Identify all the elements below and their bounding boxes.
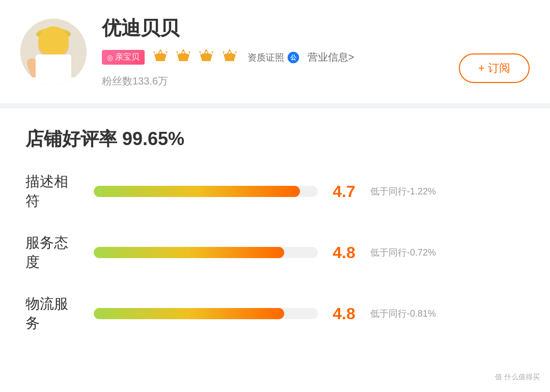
cert-label: 资质证照 bbox=[248, 51, 284, 64]
svg-rect-8 bbox=[56, 43, 64, 48]
shop-name: 优迪贝贝 bbox=[102, 15, 444, 41]
svg-rect-23 bbox=[202, 59, 211, 61]
badges-row: ◎ 亲宝贝 bbox=[102, 48, 444, 66]
svg-point-21 bbox=[187, 52, 189, 54]
cert-icon: 公 bbox=[287, 51, 299, 64]
svg-point-3 bbox=[38, 31, 69, 60]
rating-bar-service bbox=[94, 247, 284, 258]
rating-title-value: 99.65% bbox=[122, 128, 184, 149]
svg-point-6 bbox=[36, 31, 71, 38]
rating-item-logistics: 物流服务 4.8 低于同行-0.81% bbox=[25, 294, 525, 333]
svg-point-15 bbox=[154, 52, 156, 54]
rating-label-desc: 描述相符 bbox=[25, 172, 81, 211]
shop-rating-title: 店铺好评率 99.65% bbox=[25, 127, 525, 152]
subscribe-button[interactable]: + 订阅 bbox=[459, 53, 530, 83]
qin-baobei-badge[interactable]: ◎ 亲宝贝 bbox=[102, 50, 145, 65]
profile-right: + 订阅 bbox=[459, 53, 530, 88]
rating-score-desc: 4.7 bbox=[330, 182, 358, 201]
cert-link[interactable]: 资质证照 公 bbox=[248, 51, 299, 64]
svg-point-4 bbox=[36, 28, 71, 40]
svg-rect-9 bbox=[51, 45, 56, 47]
profile-section: 优迪贝贝 ◎ 亲宝贝 bbox=[0, 0, 550, 103]
avatar-image bbox=[20, 19, 87, 85]
svg-point-16 bbox=[164, 52, 167, 54]
rating-label-logistics: 物流服务 bbox=[25, 294, 81, 333]
rating-bar-desc-wrapper bbox=[94, 186, 318, 197]
svg-rect-0 bbox=[20, 19, 87, 85]
watermark-text: 值 什么值得买 bbox=[495, 373, 540, 381]
svg-point-19 bbox=[182, 51, 184, 53]
rating-compare-logistics: 低于同行-0.81% bbox=[370, 307, 462, 320]
qin-baobei-label: 亲宝贝 bbox=[115, 52, 140, 63]
svg-point-25 bbox=[200, 52, 202, 54]
q-icon: ◎ bbox=[107, 53, 113, 62]
watermark: 值 什么值得买 bbox=[495, 373, 540, 382]
avatar bbox=[20, 19, 87, 85]
svg-point-24 bbox=[205, 51, 207, 53]
svg-rect-18 bbox=[179, 59, 188, 61]
rating-compare-desc: 低于同行-1.22% bbox=[370, 185, 462, 198]
svg-point-31 bbox=[234, 52, 236, 54]
rating-item-service: 服务态度 4.8 低于同行-0.72% bbox=[25, 233, 525, 272]
fans-count: 粉丝数133.6万 bbox=[102, 74, 444, 88]
svg-point-20 bbox=[177, 52, 179, 54]
svg-rect-2 bbox=[48, 52, 59, 61]
rating-bar-desc bbox=[94, 186, 300, 197]
rating-section: 店铺好评率 99.65% 描述相符 4.7 低于同行-1.22% 服务态度 4.… bbox=[0, 108, 550, 374]
crowns-icons bbox=[153, 48, 239, 66]
profile-info: 优迪贝贝 ◎ 亲宝贝 bbox=[102, 15, 444, 88]
svg-rect-13 bbox=[156, 59, 165, 61]
svg-point-29 bbox=[229, 51, 231, 53]
svg-point-30 bbox=[224, 52, 226, 54]
rating-score-service: 4.8 bbox=[330, 243, 358, 262]
svg-rect-28 bbox=[225, 59, 234, 61]
rating-compare-service: 低于同行-0.72% bbox=[370, 246, 462, 259]
svg-rect-7 bbox=[43, 43, 51, 48]
section-divider bbox=[0, 103, 550, 108]
business-info-link[interactable]: 营业信息> bbox=[308, 50, 354, 64]
svg-point-26 bbox=[210, 52, 212, 54]
rating-bar-logistics bbox=[94, 308, 284, 319]
rating-item-desc: 描述相符 4.7 低于同行-1.22% bbox=[25, 172, 525, 211]
svg-rect-11 bbox=[20, 77, 87, 85]
svg-text:公: 公 bbox=[290, 54, 297, 61]
rating-bar-service-wrapper bbox=[94, 247, 318, 258]
svg-point-14 bbox=[159, 51, 161, 53]
svg-rect-5 bbox=[40, 29, 67, 38]
rating-bar-logistics-wrapper bbox=[94, 308, 318, 319]
rating-title-label: 店铺好评率 bbox=[25, 128, 117, 149]
rating-score-logistics: 4.8 bbox=[330, 304, 358, 323]
rating-label-service: 服务态度 bbox=[25, 233, 81, 272]
